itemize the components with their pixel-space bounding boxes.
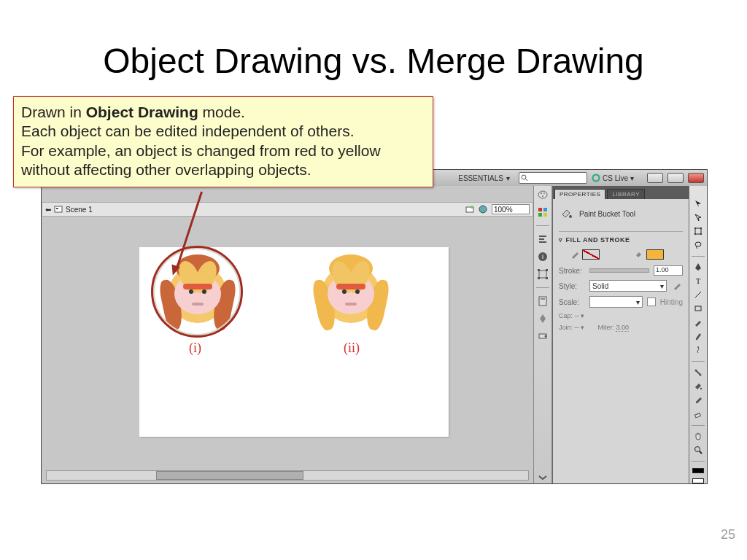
chevron-down-icon: ▾ — [630, 174, 634, 182]
svg-point-11 — [542, 195, 543, 197]
svg-line-43 — [696, 370, 700, 375]
svg-line-47 — [700, 451, 702, 454]
page-number: 25 — [721, 527, 735, 542]
stroke-color-swatch[interactable] — [582, 249, 600, 260]
scene-icon — [54, 205, 63, 214]
pencil-tool-icon[interactable] — [692, 318, 704, 327]
line-tool-icon[interactable] — [692, 290, 704, 299]
scrollbar-thumb[interactable] — [156, 471, 303, 480]
section-title: FILL AND STROKE — [566, 236, 630, 244]
caption-i: (i) — [189, 341, 201, 356]
subselection-tool-icon[interactable] — [692, 213, 704, 222]
stage-panel: ⬅ Scene 1 100% — [42, 186, 533, 483]
pen-tool-icon[interactable] — [692, 262, 704, 271]
swatches-icon[interactable] — [537, 206, 549, 218]
paint-bucket-tool-icon[interactable] — [692, 382, 704, 391]
eyedropper-tool-icon[interactable] — [692, 396, 704, 405]
fill-color[interactable] — [692, 478, 704, 483]
svg-point-36 — [695, 242, 701, 246]
svg-point-35 — [700, 233, 702, 235]
info-icon[interactable]: i — [537, 251, 549, 262]
tab-properties[interactable]: PROPERTIES — [554, 189, 605, 199]
scale-combo[interactable]: ▾ — [589, 296, 643, 308]
cs-live-button[interactable]: CS Live ▾ — [592, 174, 634, 182]
rectangle-tool-icon[interactable] — [692, 304, 704, 313]
svg-rect-39 — [695, 306, 701, 311]
svg-rect-26 — [539, 297, 546, 306]
search-input[interactable] — [519, 172, 587, 184]
symbol-icon[interactable] — [479, 205, 487, 214]
section-chevron-icon[interactable]: ▿ — [559, 236, 563, 244]
collapse-icon[interactable] — [537, 472, 549, 483]
back-icon[interactable]: ⬅ — [45, 206, 51, 214]
cslive-ring-icon — [592, 174, 600, 182]
actions-icon[interactable] — [537, 313, 549, 324]
transform-icon[interactable] — [537, 268, 549, 280]
svg-point-32 — [694, 228, 696, 229]
illustration-face-ii — [314, 257, 387, 338]
svg-text:T: T — [696, 276, 701, 285]
stroke-value[interactable]: 1.00 — [654, 265, 683, 276]
hinting-checkbox[interactable] — [647, 298, 656, 306]
cap-picker[interactable]: ─ ▾ — [575, 312, 585, 319]
components-icon[interactable] — [537, 330, 549, 342]
miter-value[interactable]: 3.00 — [616, 324, 629, 332]
align-icon[interactable] — [537, 233, 549, 245]
svg-point-34 — [694, 233, 696, 235]
style-edit-icon[interactable] — [671, 280, 683, 292]
stroke-slider[interactable] — [589, 268, 649, 273]
callout-box: Drawn in Object Drawing mode. Each objec… — [13, 96, 433, 187]
svg-rect-13 — [543, 208, 547, 211]
zoom-input[interactable]: 100% — [492, 204, 530, 214]
paint-bucket-small-icon — [635, 250, 643, 259]
join-picker[interactable]: ─ ▾ — [575, 324, 585, 331]
svg-rect-12 — [538, 208, 542, 211]
svg-line-38 — [695, 292, 701, 298]
edit-scene-icon[interactable] — [465, 205, 474, 214]
zoom-tool-icon[interactable] — [692, 446, 704, 454]
stage-container[interactable]: (i) (ii) — [46, 224, 529, 470]
palette-icon[interactable] — [537, 189, 549, 201]
deco-tool-icon[interactable] — [692, 346, 704, 354]
style-combo[interactable]: Solid ▾ — [589, 280, 667, 292]
callout-line-2: Each object can be edited independent of… — [21, 122, 425, 141]
scale-label: Scale: — [559, 298, 585, 306]
pencil-icon — [570, 250, 579, 259]
tool-name: Paint Bucket Tool — [579, 210, 635, 218]
callout-line-1: Drawn in Object Drawing mode. — [21, 103, 425, 122]
tab-library[interactable]: LIBRARY — [607, 189, 645, 199]
svg-rect-15 — [543, 213, 547, 217]
hinting-label: Hinting — [660, 298, 683, 306]
window-close[interactable] — [688, 173, 704, 183]
library-icon[interactable] — [537, 295, 549, 307]
svg-rect-23 — [546, 269, 548, 271]
svg-point-40 — [697, 346, 699, 348]
svg-point-7 — [479, 206, 487, 213]
app-body: ⬅ Scene 1 100% — [42, 186, 707, 483]
svg-rect-4 — [56, 208, 58, 209]
chevron-down-icon: ▾ — [506, 174, 510, 182]
lasso-tool-icon[interactable] — [692, 241, 704, 249]
eraser-tool-icon[interactable] — [692, 410, 704, 419]
text-tool-icon[interactable]: T — [692, 276, 704, 285]
chevron-down-icon: ▾ — [660, 282, 664, 290]
stroke-color[interactable] — [692, 468, 704, 473]
bone-tool-icon[interactable] — [692, 368, 704, 377]
free-transform-icon[interactable] — [692, 227, 704, 236]
window-maximize[interactable] — [667, 173, 684, 183]
fill-color-swatch[interactable] — [646, 249, 664, 260]
svg-rect-18 — [539, 241, 546, 243]
svg-point-46 — [695, 447, 700, 452]
svg-rect-27 — [541, 298, 545, 300]
svg-text:i: i — [542, 253, 543, 260]
horizontal-scrollbar[interactable] — [46, 470, 529, 481]
window-minimize[interactable] — [647, 173, 663, 183]
selection-tool-icon[interactable] — [692, 199, 704, 208]
style-value: Solid — [592, 282, 608, 290]
panel-tabs: PROPERTIES LIBRARY — [553, 186, 689, 199]
brush-tool-icon[interactable] — [692, 332, 704, 341]
svg-line-1 — [525, 179, 527, 182]
workspace-switcher[interactable]: ESSENTIALS ▾ — [454, 174, 514, 182]
caption-ii: (ii) — [344, 341, 360, 356]
hand-tool-icon[interactable] — [692, 432, 704, 440]
